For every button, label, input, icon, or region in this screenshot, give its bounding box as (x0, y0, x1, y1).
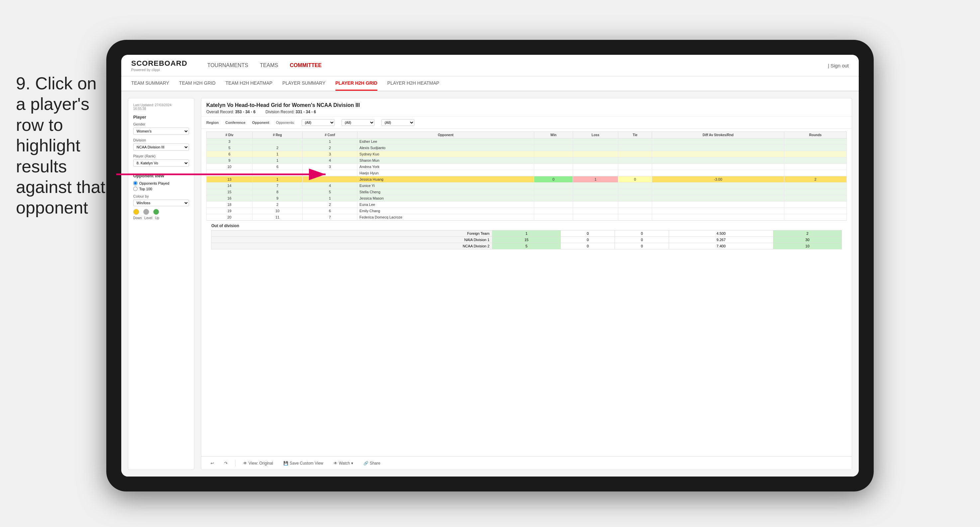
colour-section: Colour by Win/loss Down Level Up (133, 194, 189, 220)
subnav-team-h2h-heatmap[interactable]: TEAM H2H HEATMAP (226, 76, 272, 90)
redo-btn[interactable]: ↷ (221, 460, 230, 467)
table-row[interactable]: 131Jessica Huang010-3.002 (207, 176, 847, 183)
col-div: # Div (207, 132, 253, 138)
subnav-player-summary[interactable]: PLAYER SUMMARY (282, 76, 325, 90)
division-label: Division (133, 138, 189, 142)
table-row[interactable]: 1691Jessica Mason (207, 195, 847, 202)
region-select[interactable]: (All) (302, 119, 335, 126)
colour-circles (133, 209, 189, 215)
colour-by-select[interactable]: Win/loss (133, 200, 189, 206)
instruction-number: 9. (16, 74, 30, 93)
top-nav: SCOREBOARD Powered by clippi TOURNAMENTS… (121, 55, 859, 76)
table-row[interactable]: 522Alexis Sudjianto (207, 145, 847, 151)
division-record: Division Record: 331 - 34 - 6 (266, 110, 316, 114)
table-row[interactable]: 31Esther Lee (207, 138, 847, 145)
timestamp: Last Updated: 27/03/2024 16:55:38 (133, 103, 189, 111)
logo: SCOREBOARD Powered by clippi (131, 59, 187, 72)
subnav-player-h2h-heatmap[interactable]: PLAYER H2H HEATMAP (387, 76, 439, 90)
instruction-text: 9. Click on a player's row to highlight … (16, 73, 109, 218)
table-row[interactable]: 20117Federica Domecq Lacroze (207, 214, 847, 221)
watch-label: Watch ▾ (339, 461, 353, 465)
gender-select[interactable]: Women's (133, 127, 189, 135)
table-row[interactable]: 1822Euna Lee (207, 202, 847, 208)
nav-tournaments[interactable]: TOURNAMENTS (207, 61, 248, 70)
radio-opponents-played[interactable]: Opponents Played (133, 181, 189, 185)
out-of-division: Out of division Foreign Team1004.5002NAI… (206, 221, 847, 253)
conference-select[interactable]: (All) (342, 119, 375, 126)
share-btn[interactable]: 🔗 Share (361, 460, 383, 467)
gender-label: Gender (133, 122, 189, 126)
filter-region: Region (206, 121, 219, 125)
undo-btn[interactable]: ↩ (208, 460, 216, 467)
watch-btn[interactable]: 👁 Watch ▾ (331, 460, 356, 467)
main-content: Last Updated: 27/03/2024 16:55:38 Player… (121, 91, 859, 476)
colour-labels: Down Level Up (133, 216, 189, 220)
left-panel: Last Updated: 27/03/2024 16:55:38 Player… (128, 98, 194, 470)
opponent-select[interactable]: (All) (381, 119, 415, 126)
table-row[interactable]: 1474Eunice Yi (207, 183, 847, 189)
table-row[interactable]: Haejo Hyun (207, 170, 847, 176)
grid-header: Katelyn Vo Head-to-Head Grid for Women's… (201, 98, 852, 117)
colour-down (133, 209, 139, 215)
out-div-row[interactable]: NCAA Division 25007.40010 (212, 243, 842, 249)
instruction-body: Click on a player's row to highlight res… (16, 74, 105, 217)
player-rank-label: Player (Rank) (133, 154, 189, 158)
sub-nav: TEAM SUMMARY TEAM H2H GRID TEAM H2H HEAT… (121, 76, 859, 91)
table-row[interactable]: 613Sydney Kuo (207, 151, 847, 157)
filter-opponent: Opponent (252, 121, 269, 125)
bottom-toolbar: ↩ ↷ 👁 View: Original 💾 Save Custom View … (201, 456, 852, 470)
overall-record: Overall Record: 353 - 34 - 6 (206, 110, 256, 114)
table-row[interactable]: 1585Stella Cheng (207, 189, 847, 195)
grid-records: Overall Record: 353 - 34 - 6 Division Re… (206, 110, 847, 114)
grid-title: Katelyn Vo Head-to-Head Grid for Women's… (206, 102, 847, 108)
col-reg: # Reg (253, 132, 303, 138)
save-icon: 💾 (283, 461, 288, 465)
watch-icon: 👁 (334, 461, 337, 465)
subnav-team-h2h-grid[interactable]: TEAM H2H GRID (179, 76, 216, 90)
col-win: Win (534, 132, 573, 138)
player-section-title: Player (133, 114, 189, 119)
h2h-table: # Div # Reg # Conf Opponent Win Loss Tie… (206, 132, 847, 221)
filter-conference: Conference (225, 121, 245, 125)
col-diff: Diff Av Strokes/Rnd (652, 132, 784, 138)
col-tie: Tie (618, 132, 652, 138)
opponent-view: Opponent view Opponents Played Top 100 (133, 173, 189, 191)
player-rank-select[interactable]: 8. Katelyn Vo (133, 159, 189, 167)
eye-icon: 👁 (243, 461, 247, 465)
colour-up (153, 209, 159, 215)
col-conf: # Conf (302, 132, 357, 138)
division-select[interactable]: NCAA Division III (133, 143, 189, 151)
share-icon: 🔗 (363, 461, 368, 465)
colour-level (143, 209, 149, 215)
view-original-btn[interactable]: 👁 View: Original (240, 460, 276, 467)
save-custom-view-label: Save Custom View (290, 461, 323, 465)
right-panel: Katelyn Vo Head-to-Head Grid for Women's… (201, 98, 852, 470)
table-row[interactable]: 914Sharon Mun (207, 157, 847, 164)
out-of-division-title: Out of division (211, 224, 842, 228)
colour-by-label: Colour by (133, 194, 189, 198)
data-table-container[interactable]: # Div # Reg # Conf Opponent Win Loss Tie… (201, 129, 852, 456)
filters-row: Region Conference Opponent Opponents: (A… (201, 117, 852, 129)
subnav-player-h2h-grid[interactable]: PLAYER H2H GRID (336, 76, 377, 90)
radio-top100[interactable]: Top 100 (133, 187, 189, 191)
out-div-row[interactable]: Foreign Team1004.5002 (212, 230, 842, 237)
col-loss: Loss (573, 132, 618, 138)
subnav-team-summary[interactable]: TEAM SUMMARY (131, 76, 169, 90)
out-div-row[interactable]: NAIA Division 115009.26730 (212, 237, 842, 243)
table-row[interactable]: 1063Andrea York (207, 164, 847, 170)
toolbar-divider (235, 460, 235, 467)
table-row[interactable]: 19106Emily Chang (207, 208, 847, 214)
logo-text: SCOREBOARD (131, 59, 187, 68)
sign-out-link[interactable]: | Sign out (828, 63, 849, 68)
logo-sub: Powered by clippi (131, 68, 187, 72)
save-custom-view-btn[interactable]: 💾 Save Custom View (281, 460, 326, 467)
tablet-screen: SCOREBOARD Powered by clippi TOURNAMENTS… (121, 55, 859, 476)
table-header-row: # Div # Reg # Conf Opponent Win Loss Tie… (207, 132, 847, 138)
out-div-table: Foreign Team1004.5002NAIA Division 11500… (211, 230, 842, 249)
share-label: Share (370, 461, 380, 465)
nav-committee[interactable]: COMMITTEE (290, 61, 321, 70)
nav-links: TOURNAMENTS TEAMS COMMITTEE (207, 61, 815, 70)
opponent-view-title: Opponent view (133, 173, 189, 178)
col-rounds: Rounds (784, 132, 846, 138)
nav-teams[interactable]: TEAMS (260, 61, 278, 70)
